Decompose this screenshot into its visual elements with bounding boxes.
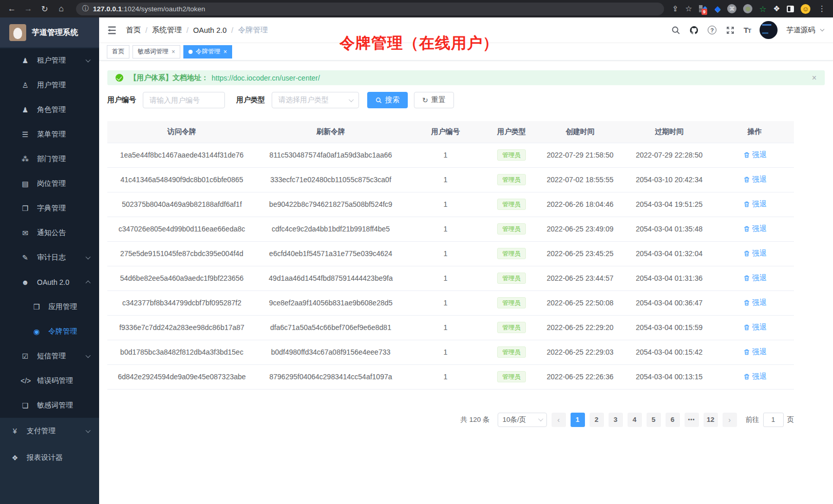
extension-pin-icon[interactable]: ◆ 9 <box>699 5 708 13</box>
fullscreen-icon[interactable] <box>725 25 735 35</box>
breadcrumb-item[interactable]: OAuth 2.0 <box>193 26 226 34</box>
delete-icon <box>743 275 750 282</box>
force-logout-button[interactable]: 强退 <box>743 323 767 332</box>
address-bar[interactable]: ⓘ 127.0.0.1:1024/system/oauth2/token <box>76 3 664 15</box>
table-row: f9336e7c7dd242a283ee98dc86b17a87dfa6c71a… <box>107 315 794 340</box>
browser-back-icon[interactable]: ← <box>5 2 18 15</box>
command-extension-icon[interactable]: ⌘ <box>727 4 736 13</box>
goto-page-input[interactable] <box>763 413 784 427</box>
browser-reload-icon[interactable]: ↻ <box>38 2 51 15</box>
app-title: 芋道管理系统 <box>32 28 78 37</box>
font-size-icon[interactable]: TT <box>744 26 751 34</box>
tab-close-icon[interactable]: × <box>172 48 175 55</box>
action-cell: 强退 <box>715 340 794 364</box>
delete-icon <box>743 225 750 232</box>
sidebar-item-dept[interactable]: ⁂ 部门管理 <box>0 147 99 171</box>
collapse-sidebar-icon[interactable] <box>106 25 118 36</box>
page-button-12[interactable]: 12 <box>704 413 718 427</box>
page-button-6[interactable]: 6 <box>666 413 680 427</box>
sidebar-item-post[interactable]: ▤ 岗位管理 <box>0 171 99 196</box>
star-extension-icon[interactable]: ☆ <box>759 4 766 14</box>
tab-敏感词管理[interactable]: 敏感词管理× <box>132 45 180 59</box>
sidebar-item-oauth2[interactable]: ☻ OAuth 2.0 <box>0 270 99 295</box>
force-logout-button[interactable]: 强退 <box>743 175 767 184</box>
access-token-cell: c347026e805e4d99b0d116eae66eda8c <box>107 217 256 241</box>
page-button-4[interactable]: 4 <box>628 413 642 427</box>
filter-form: 用户编号 用户类型 请选择用户类型 搜索 ↻ 重置 <box>107 92 825 108</box>
tab-令牌管理[interactable]: 令牌管理× <box>183 45 232 59</box>
more-pages-button[interactable]: ••• <box>685 413 699 427</box>
force-logout-button[interactable]: 强退 <box>743 224 767 234</box>
user-id-label: 用户编号 <box>107 95 136 105</box>
user-type-select[interactable]: 请选择用户类型 <box>272 92 359 108</box>
tab-close-icon[interactable]: × <box>223 48 227 55</box>
badge-icon: ▤ <box>21 180 30 188</box>
browser-home-icon[interactable]: ⌂ <box>54 2 68 15</box>
tab-首页[interactable]: 首页 <box>107 45 129 59</box>
sidebar-item-sensitive-word[interactable]: ❏ 敏感词管理 <box>0 393 99 418</box>
sidebar-item-role[interactable]: ♟ 角色管理 <box>0 98 99 122</box>
reset-button[interactable]: ↻ 重置 <box>414 92 454 108</box>
sidebar-item-pay[interactable]: ¥ 支付管理 <box>0 418 99 444</box>
prev-page-button[interactable]: ‹ <box>552 413 566 427</box>
site-info-icon[interactable]: ⓘ <box>82 4 89 13</box>
breadcrumb-separator: / <box>186 26 188 34</box>
app-logo-row[interactable]: 芋道管理系统 <box>0 17 99 47</box>
search-icon[interactable] <box>671 25 680 35</box>
browser-menu-icon[interactable]: ⋮ <box>818 4 826 13</box>
help-icon[interactable]: ? <box>708 26 716 34</box>
user-type-cell: 管理员 <box>486 217 537 241</box>
page-button-3[interactable]: 3 <box>609 413 623 427</box>
extensions-puzzle-icon[interactable]: ❖ <box>773 4 780 13</box>
sidebar-item-user[interactable]: ♙ 用户管理 <box>0 73 99 98</box>
user-id-input[interactable] <box>143 92 225 108</box>
gem-extension-icon[interactable]: ◆ <box>715 4 721 13</box>
sidebar-item-audit-log[interactable]: ✎ 审计日志 <box>0 245 99 270</box>
user-type-tag: 管理员 <box>497 273 526 284</box>
page-size-select[interactable]: 10条/页 <box>498 413 547 427</box>
user-name[interactable]: 芋道源码 <box>786 26 815 35</box>
sidebar-item-tenant[interactable]: ♟ 租户管理 <box>0 48 99 73</box>
force-logout-button[interactable]: 强退 <box>743 347 767 357</box>
sidebar-item-sms[interactable]: ☑ 短信管理 <box>0 344 99 369</box>
github-icon[interactable] <box>689 25 699 35</box>
sidebar-item-report-designer[interactable]: ❖ 报表设计器 <box>0 444 99 471</box>
alert-close-icon[interactable]: × <box>812 73 817 83</box>
force-logout-button[interactable]: 强退 <box>743 298 767 307</box>
sidebar-item-notice[interactable]: ✉ 通知公告 <box>0 221 99 245</box>
sidebar-item-dict[interactable]: ❐ 字典管理 <box>0 196 99 221</box>
search-button[interactable]: 搜索 <box>367 92 408 108</box>
message-icon: ✉ <box>21 229 30 237</box>
profile-avatar-icon[interactable]: ☺ <box>801 4 810 14</box>
sidebar-item-error-code[interactable]: </> 错误码管理 <box>0 369 99 393</box>
force-logout-button[interactable]: 强退 <box>743 249 767 258</box>
sidebar-item-menu[interactable]: ☰ 菜单管理 <box>0 122 99 147</box>
sidebar-item-oauth2-token[interactable]: ◉ 令牌管理 <box>0 319 99 344</box>
record-extension-icon[interactable] <box>743 4 752 13</box>
next-page-button[interactable]: › <box>723 413 737 427</box>
bookmark-star-icon[interactable]: ☆ <box>685 4 692 13</box>
share-icon[interactable]: ⇪ <box>672 4 679 13</box>
user-dropdown-caret-icon[interactable] <box>820 27 824 31</box>
page-button-1[interactable]: 1 <box>571 413 585 427</box>
user-avatar[interactable] <box>760 21 778 39</box>
split-screen-icon[interactable] <box>787 6 794 12</box>
force-logout-button[interactable]: 强退 <box>743 150 767 160</box>
breadcrumb-item[interactable]: 首页 <box>126 25 141 35</box>
force-logout-button[interactable]: 强退 <box>743 200 767 209</box>
sidebar-item-oauth2-app[interactable]: ❒ 应用管理 <box>0 295 99 319</box>
user-type-cell: 管理员 <box>486 290 537 315</box>
chevron-down-icon <box>86 428 91 433</box>
force-logout-button[interactable]: 强退 <box>743 372 767 381</box>
breadcrumb-item[interactable]: 系统管理 <box>152 25 182 35</box>
alert-doc-link[interactable]: https://doc.iocoder.cn/user-center/ <box>212 74 320 82</box>
extension-badge: 9 <box>702 9 707 15</box>
browser-forward-icon[interactable]: → <box>22 2 35 15</box>
table-header-row: 访问令牌刷新令牌用户编号用户类型创建时间过期时间操作 <box>107 121 794 143</box>
force-logout-button[interactable]: 强退 <box>743 274 767 283</box>
tab-label: 令牌管理 <box>196 47 220 56</box>
page-button-5[interactable]: 5 <box>647 413 661 427</box>
page-button-2[interactable]: 2 <box>590 413 604 427</box>
user-type-cell: 管理员 <box>486 167 537 192</box>
create-time-cell: 2022-07-29 21:58:50 <box>537 143 623 167</box>
